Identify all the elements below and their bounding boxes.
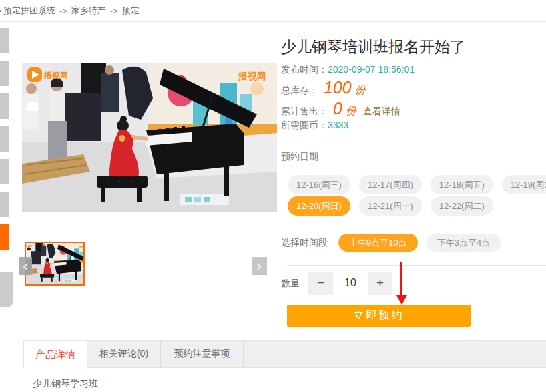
date-section-label: 预约日期 [281,151,318,163]
quantity-stepper: 数量 − 10 + [281,272,392,295]
date-pill[interactable]: 12-18(周五) [431,175,493,194]
page: -> 预定拼团系统 -> 家乡特产 -> 预定 [0,0,546,392]
breadcrumb: -> 预定拼团系统 -> 家乡特产 -> 预定 [0,0,546,22]
side-widget-block[interactable] [0,28,9,53]
date-pill[interactable]: 12-21(周一) [359,196,422,216]
sold-row: 累计售出： 0 份 查看详情 [281,99,400,121]
sold-value: 0 [333,99,342,118]
thumbnail-selected[interactable] [25,242,85,286]
time-pill-selected[interactable]: 上午9点至10点 [338,234,418,252]
date-pill[interactable]: 12-22(周二) [431,196,493,216]
time-section: 选择时间段 上午9点至10点 下午3点至4点 [281,234,501,252]
publish-time-row: 发布时间： 2020-09-07 18:56:01 [281,64,415,76]
book-now-button[interactable]: 立即预约 [287,305,471,327]
carousel-prev-icon[interactable]: ‹ [19,257,32,275]
tab-booking-notes[interactable]: 预约注意事项 [161,341,244,367]
breadcrumb-item-system[interactable]: 预定拼团系统 [3,5,55,17]
date-pill[interactable]: 12-17(周四) [359,175,422,194]
product-photo-illustration: 播视网 播视网 [22,63,277,212]
side-widget-block[interactable] [0,192,9,217]
coin-label: 所需圈币： [281,120,328,132]
breadcrumb-item-current[interactable]: 预定 [122,5,140,17]
side-panel-edge [9,304,9,392]
breadcrumb-clipped-arrow: -> [0,6,2,16]
side-widget-block[interactable] [0,159,9,184]
side-widget-block[interactable] [0,272,13,307]
date-pill[interactable]: 12-16(周三) [288,175,350,194]
breadcrumb-separator: -> [110,6,118,16]
detail-content: 少儿钢琴学习班 [33,378,98,390]
stock-unit: 份 [355,83,366,97]
product-photo: 播视网 播视网 [22,63,277,212]
stock-value: 100 [324,78,352,97]
side-widget-block[interactable] [0,126,9,152]
side-widget-block[interactable] [0,93,9,119]
side-widget-block[interactable] [0,61,9,86]
time-section-label: 选择时间段 [281,237,328,249]
quantity-label: 数量 [281,272,300,295]
date-pill[interactable]: 12-19(周六) [502,175,546,194]
quantity-value: 10 [333,277,368,289]
section-divider [287,265,546,266]
tab-comments[interactable]: 相关评论(0) [87,341,161,367]
thumbnail-image [26,243,83,284]
view-detail-link[interactable]: 查看详情 [363,106,400,118]
publish-time-value: 2020-09-07 18:56:01 [328,64,415,75]
page-title: 少儿钢琴培训班报名开始了 [281,37,465,57]
tab-product-detail[interactable]: 产品详情 [24,341,87,369]
arrow-down-icon [400,262,402,296]
section-divider [287,226,546,226]
detail-tabs: 产品详情 相关评论(0) 预约注意事项 [23,340,546,368]
coin-value: 3333 [328,120,348,130]
publish-time-label: 发布时间： [281,64,328,76]
time-pill[interactable]: 下午3点至4点 [427,234,501,252]
date-pill-selected[interactable]: 12-20(周日) [288,196,350,216]
breadcrumb-separator: -> [59,6,67,16]
sold-unit: 份 [346,104,356,118]
stock-label: 总库存： [281,80,318,100]
carousel-next-icon[interactable]: › [252,257,267,275]
sold-label: 累计售出： [281,101,328,121]
arrow-down-icon [396,295,407,305]
quantity-minus-button[interactable]: − [308,272,333,295]
side-widget-block-active[interactable] [0,224,9,250]
date-pill-row-1: 12-16(周三) 12-17(周四) 12-18(周五) 12-19(周六) [288,175,546,194]
date-pill-row-2: 12-20(周日) 12-21(周一) 12-22(周二) [288,196,493,216]
stock-row: 总库存： 100 份 [281,78,366,100]
quantity-plus-button[interactable]: + [368,272,392,295]
breadcrumb-item-category[interactable]: 家乡特产 [71,5,106,17]
coin-row: 所需圈币： 3333 [281,120,348,132]
